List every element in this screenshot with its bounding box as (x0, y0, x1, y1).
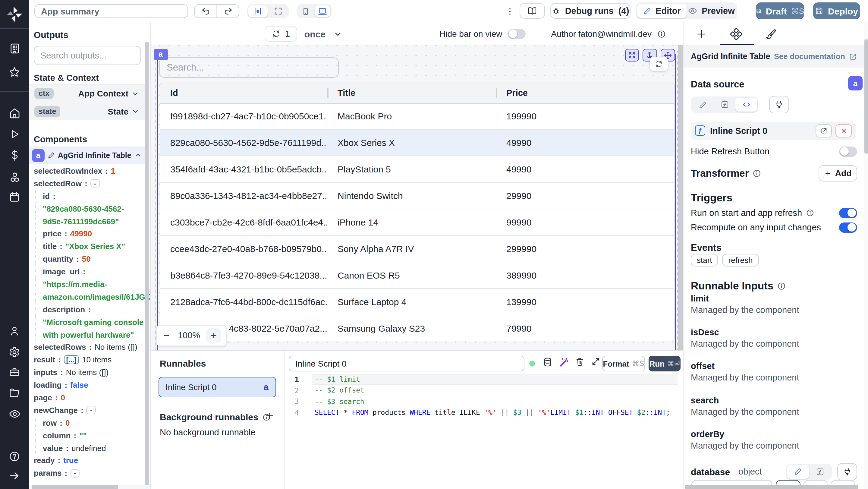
runnable-item-inline-script-0[interactable]: Inline Script 0 a (158, 377, 276, 397)
output-tree-row-ready[interactable]: ready:true (29, 454, 145, 467)
app-canvas[interactable]: a Search... IdTitlePrice f991898d-cb27-4… (151, 45, 678, 350)
output-tree-row-quantity[interactable]: quantity:50 (35, 253, 145, 265)
favorites-star-icon[interactable] (0, 63, 29, 82)
table-row-2[interactable]: 354f6afd-43ac-4321-b1bc-0b5e5adcb...Play… (160, 156, 674, 183)
code-line-4[interactable]: 4SELECT * FROM products WHERE title ILIK… (284, 407, 680, 418)
output-tree-row[interactable]: "https://m.media- (35, 278, 145, 291)
apps-icon[interactable] (0, 39, 29, 57)
editor-tab[interactable]: Editor (637, 4, 687, 18)
folders-icon[interactable] (0, 384, 29, 402)
code-line-3[interactable]: 3-- $3 search (284, 396, 680, 407)
add-transformer-button[interactable]: Add (818, 165, 857, 181)
theme-tab-brush-icon[interactable] (754, 22, 789, 45)
desktop-view-button[interactable] (315, 5, 330, 17)
eval-code-button[interactable] (735, 98, 757, 112)
static-pencil-button[interactable] (692, 98, 714, 112)
code-line-2[interactable]: 2-- $2 offset (284, 385, 680, 396)
output-tree-row-title[interactable]: title:"Xbox Series X" (35, 240, 145, 253)
output-tree-row-description[interactable]: description: (35, 303, 145, 316)
output-tree-row-value[interactable]: value:undefined (35, 442, 145, 454)
database-plug-button[interactable] (837, 463, 857, 480)
runs-icon[interactable] (0, 125, 29, 143)
output-tree-row[interactable]: "829ca080-5630-4562- (35, 202, 145, 215)
table-row-3[interactable]: 89c0a336-1343-4812-ac34-e4bb8e27...Ninte… (160, 183, 674, 209)
undo-button[interactable] (195, 5, 216, 18)
settings-gear-icon[interactable] (0, 343, 29, 361)
help-icon[interactable] (0, 448, 29, 465)
run-on-start-toggle[interactable] (839, 208, 857, 218)
ctx-row[interactable]: ctx App Context (29, 84, 145, 102)
debug-runs-button[interactable]: Debug runs (4) (550, 3, 630, 19)
schedules-icon[interactable] (0, 188, 29, 206)
table-row-4[interactable]: c303bce7-cb2e-42c6-8fdf-6aa01fc4e4...iPh… (160, 209, 674, 236)
insert-tab-plus-icon[interactable] (684, 22, 718, 45)
zoom-in-button[interactable] (206, 328, 221, 343)
database-fx-button[interactable] (809, 465, 831, 479)
resources-icon[interactable] (0, 168, 29, 186)
table-row-0[interactable]: f991898d-cb27-4ac7-b10c-0b9050ce1...MacB… (160, 103, 674, 130)
refresh-count-box[interactable]: 1 (265, 26, 297, 41)
table-row-7[interactable]: 2128adca-7fc6-44bd-800c-dc115df6ac...Sur… (160, 288, 674, 315)
table-column-header-title[interactable]: Title (327, 83, 496, 103)
right-panel-horizontal-scrollbar[interactable] (685, 485, 858, 489)
fullwidth-button[interactable] (269, 5, 287, 17)
canvas-scrollbar[interactable] (678, 45, 683, 350)
redo-button[interactable] (216, 5, 239, 18)
user-icon[interactable] (0, 322, 29, 340)
collapse-arrow-icon[interactable] (0, 467, 29, 485)
see-documentation-link[interactable]: See documentation (774, 52, 857, 61)
connect-plug-button[interactable] (769, 96, 789, 113)
delete-trash-icon[interactable] (575, 357, 585, 367)
mobile-view-button[interactable] (298, 5, 313, 17)
remove-script-button[interactable] (835, 124, 852, 137)
more-options-kebab-icon[interactable] (504, 4, 516, 18)
table-row-5[interactable]: ccee43dc-27e0-40a8-b768-b09579b0...Sony … (160, 236, 674, 262)
right-panel-vertical-scrollbar[interactable] (864, 22, 868, 489)
output-tree-row-price[interactable]: price:49990 (35, 227, 145, 240)
component-outputs-row[interactable]: a AgGrid Infinite Table (29, 146, 145, 164)
outputs-horizontal-scrollbar[interactable] (29, 485, 150, 489)
table-row-1[interactable]: 829ca080-5630-4562-9d5e-7611199d...Xbox … (160, 130, 674, 156)
table-column-header-id[interactable]: Id (160, 83, 327, 103)
output-tree-row[interactable]: with powerful hardware" (35, 328, 145, 341)
open-script-external-button[interactable] (815, 124, 832, 137)
state-row[interactable]: state State (29, 102, 145, 120)
output-tree-row-page[interactable]: page:0 (29, 391, 145, 404)
output-tree-row-newChange[interactable]: newChange:- (29, 404, 145, 417)
output-tree-row[interactable]: "Microsoft gaming console (35, 316, 145, 328)
run-button[interactable]: Run ⌘⏎ (649, 356, 681, 371)
preview-tab[interactable]: Preview (687, 4, 736, 18)
code-line-1[interactable]: 1-- $1 limit (284, 374, 680, 385)
table-row-8[interactable]: 4c83-8022-5e70a07a2...Samsung Galaxy S23… (160, 315, 674, 341)
output-tree-row[interactable]: amazon.com/images/I/61JGKho (35, 291, 145, 303)
output-tree-row[interactable]: 9d5e-7611199dc669" (35, 215, 145, 227)
template-fx-button[interactable] (714, 98, 735, 112)
event-chip-start[interactable]: start (691, 254, 718, 267)
app-summary-input[interactable]: App summary (34, 4, 188, 18)
search-outputs-input[interactable]: Search outputs... (34, 46, 141, 65)
hide-bar-toggle[interactable] (508, 29, 526, 39)
table-search-input[interactable]: Search... (159, 57, 338, 78)
output-tree-row-selectedRowIndex[interactable]: selectedRowIndex:1 (29, 164, 145, 177)
script-name-input[interactable]: Inline Script 0 (289, 356, 524, 371)
center-align-button[interactable] (248, 5, 267, 17)
event-chip-refresh[interactable]: refresh (722, 254, 759, 267)
output-tree-row-id[interactable]: id: (35, 190, 145, 203)
database-pencil-button[interactable] (787, 465, 809, 479)
output-tree-row-selectedRow[interactable]: selectedRow:- (29, 177, 145, 190)
refresh-mode-select[interactable]: once (304, 26, 342, 41)
table-row-6[interactable]: b3e864c8-7fe3-4270-89e9-54c12038...Canon… (160, 262, 674, 289)
output-tree-row-selectedRows[interactable]: selectedRows:No items ([]) (29, 341, 145, 354)
audit-eye-icon[interactable] (0, 405, 29, 423)
home-icon[interactable] (0, 104, 29, 122)
format-button[interactable]: Format ⌘S (602, 356, 645, 371)
add-background-runnable-button[interactable] (263, 409, 277, 423)
database-schema-icon[interactable] (542, 357, 553, 367)
ai-wand-icon[interactable] (559, 357, 569, 367)
hide-refresh-toggle[interactable] (839, 146, 857, 156)
output-tree-row-row[interactable]: row:0 (35, 417, 145, 429)
output-tree-row-inputs[interactable]: inputs:No items ([]) (29, 366, 145, 379)
output-tree-row-result[interactable]: result:[...]10 items (29, 354, 145, 366)
output-tree-row-column[interactable]: column:"" (35, 429, 145, 442)
chevron-up-icon[interactable] (134, 151, 142, 159)
